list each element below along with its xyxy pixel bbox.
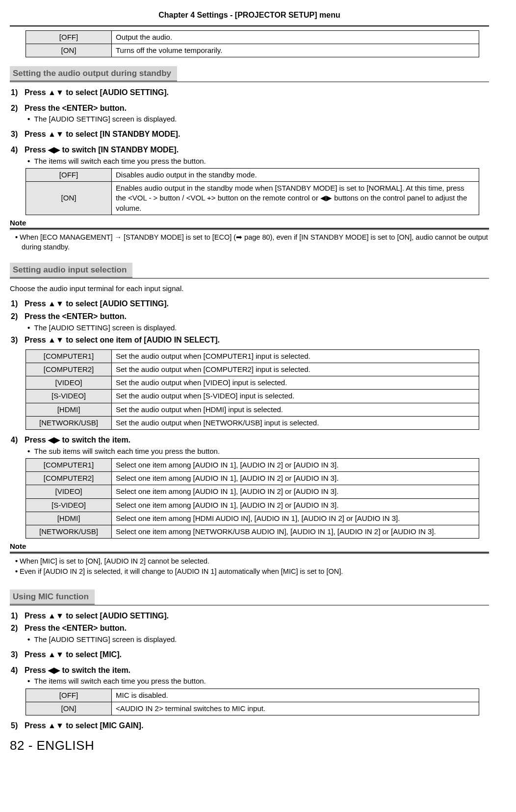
cell-desc: Set the audio output when [HDMI] input i… [112, 403, 479, 416]
note-label: Note [10, 218, 489, 228]
cell-desc: Set the audio output when [VIDEO] input … [112, 376, 479, 390]
step-sub: The [AUDIO SETTING] screen is displayed. [10, 323, 489, 333]
table-mute: [OFF]Output the audio. [ON]Turns off the… [26, 30, 479, 58]
step-text: Press ◀▶ to switch the item. [25, 436, 130, 444]
cell-desc: <AUDIO IN 2> terminal switches to MIC in… [112, 702, 479, 715]
section-heading-standby: Setting the audio output during standby [10, 66, 177, 81]
step-1: 1)Press ▲▼ to select [AUDIO SETTING]. [10, 87, 489, 98]
cell-desc: MIC is disabled. [112, 689, 479, 702]
table-row: [COMPUTER1]Select one item among [AUDIO … [26, 458, 479, 471]
cell-desc: Select one item among [AUDIO IN 1], [AUD… [112, 458, 479, 471]
step-text: Press ▲▼ to select [MIC]. [25, 650, 122, 659]
intro-line: Choose the audio input terminal for each… [10, 284, 489, 294]
cell-desc: Set the audio output when [COMPUTER2] in… [112, 363, 479, 376]
table-row: [NETWORK/USB]Select one item among [NETW… [26, 525, 479, 539]
step-3: 3)Press ▲▼ to select [IN STANDBY MODE]. [10, 129, 489, 140]
note-bullet: Even if [AUDIO IN 2] is selected, it wil… [10, 567, 489, 577]
table-row: [VIDEO]Set the audio output when [VIDEO]… [26, 376, 479, 390]
table-row: [S-VIDEO]Set the audio output when [S-VI… [26, 390, 479, 403]
step-text: Press ◀▶ to switch the item. [25, 666, 130, 674]
cell-desc: Set the audio output when [S-VIDEO] inpu… [112, 390, 479, 403]
table-row: [OFF]Disables audio output in the standb… [26, 168, 479, 181]
step-text: Press ▲▼ to select [AUDIO SETTING]. [25, 612, 169, 620]
cell-label: [NETWORK/USB] [26, 525, 112, 539]
step-text: Press the <ENTER> button. [25, 104, 127, 112]
table-row: [COMPUTER2]Set the audio output when [CO… [26, 363, 479, 376]
step-4: 4)Press ◀▶ to switch the item. [10, 435, 489, 445]
note-separator [10, 228, 489, 230]
cell-desc: Output the audio. [112, 30, 479, 44]
step-text: Press ▲▼ to select [MIC GAIN]. [25, 721, 143, 730]
cell-label: [HDMI] [26, 512, 112, 525]
step-4: 4)Press ◀▶ to switch the item. [10, 665, 489, 676]
cell-label: [S-VIDEO] [26, 390, 112, 403]
table-standby: [OFF]Disables audio output in the standb… [26, 168, 479, 215]
note-bullet: When [ECO MANAGEMENT] → [STANDBY MODE] i… [10, 233, 489, 252]
step-sub: The items will switch each time you pres… [10, 156, 489, 166]
page-footer: 82 - ENGLISH [10, 737, 489, 754]
cell-label: [S-VIDEO] [26, 498, 112, 512]
cell-label: [COMPUTER1] [26, 349, 112, 363]
table-row: [HDMI]Set the audio output when [HDMI] i… [26, 403, 479, 416]
table-row: [VIDEO]Select one item among [AUDIO IN 1… [26, 485, 479, 498]
table-mic: [OFF]MIC is disabled. [ON]<AUDIO IN 2> t… [26, 689, 479, 716]
cell-label: [OFF] [26, 689, 112, 702]
cell-label: [COMPUTER2] [26, 363, 112, 376]
table-row: [ON]Enables audio output in the standby … [26, 182, 479, 215]
step-text: Press the <ENTER> button. [25, 624, 127, 632]
chapter-title: Chapter 4 Settings - [PROJECTOR SETUP] m… [10, 10, 489, 21]
step-2: 2)Press the <ENTER> button. [10, 311, 489, 322]
step-text: Press ◀▶ to switch [IN STANDBY MODE]. [25, 146, 179, 154]
cell-desc: Select one item among [NETWORK/USB AUDIO… [112, 525, 479, 539]
cell-label: [COMPUTER1] [26, 458, 112, 471]
cell-label: [ON] [26, 182, 112, 215]
cell-label: [VIDEO] [26, 485, 112, 498]
cell-desc: Set the audio output when [COMPUTER1] in… [112, 349, 479, 363]
top-rule [10, 25, 489, 26]
cell-label: [HDMI] [26, 403, 112, 416]
cell-desc: Select one item among [AUDIO IN 1], [AUD… [112, 485, 479, 498]
step-text: Press ▲▼ to select one item of [AUDIO IN… [25, 336, 220, 344]
cell-label: [ON] [26, 702, 112, 715]
cell-label: [ON] [26, 44, 112, 57]
table-row: [ON]Turns off the volume temporarily. [26, 44, 479, 57]
step-5: 5)Press ▲▼ to select [MIC GAIN]. [10, 720, 489, 731]
cell-label: [VIDEO] [26, 376, 112, 390]
note-separator [10, 552, 489, 554]
cell-label: [OFF] [26, 168, 112, 181]
note-label: Note [10, 541, 489, 552]
cell-desc: Set the audio output when [NETWORK/USB] … [112, 416, 479, 429]
step-1: 1)Press ▲▼ to select [AUDIO SETTING]. [10, 298, 489, 309]
step-sub: The [AUDIO SETTING] screen is displayed. [10, 114, 489, 124]
step-sub: The items will switch each time you pres… [10, 676, 489, 686]
section-heading-mic: Using MIC function [10, 590, 95, 605]
step-2: 2)Press the <ENTER> button. [10, 103, 489, 114]
table-row: [HDMI]Select one item among [HDMI AUDIO … [26, 512, 479, 525]
table-row: [COMPUTER2]Select one item among [AUDIO … [26, 472, 479, 485]
step-2: 2)Press the <ENTER> button. [10, 623, 489, 634]
note-bullet: When [MIC] is set to [ON], [AUDIO IN 2] … [10, 557, 489, 566]
step-text: Press ▲▼ to select [AUDIO SETTING]. [25, 88, 169, 97]
section-heading-audio-input: Setting audio input selection [10, 263, 132, 278]
cell-desc: Select one item among [HDMI AUDIO IN], [… [112, 512, 479, 525]
step-sub: The sub items will switch each time you … [10, 446, 489, 456]
cell-label: [NETWORK/USB] [26, 416, 112, 429]
table-row: [COMPUTER1]Set the audio output when [CO… [26, 349, 479, 363]
step-text: Press the <ENTER> button. [25, 312, 127, 320]
step-4: 4)Press ◀▶ to switch [IN STANDBY MODE]. [10, 145, 489, 155]
cell-label: [COMPUTER2] [26, 472, 112, 485]
cell-desc: Enables audio output in the standby mode… [112, 182, 479, 215]
table-row: [S-VIDEO]Select one item among [AUDIO IN… [26, 498, 479, 512]
step-1: 1)Press ▲▼ to select [AUDIO SETTING]. [10, 611, 489, 621]
table-audio-in-select: [COMPUTER1]Set the audio output when [CO… [26, 349, 479, 430]
step-text: Press ▲▼ to select [AUDIO SETTING]. [25, 299, 169, 308]
step-3: 3)Press ▲▼ to select [MIC]. [10, 649, 489, 660]
table-row: [ON]<AUDIO IN 2> terminal switches to MI… [26, 702, 479, 715]
cell-desc: Turns off the volume temporarily. [112, 44, 479, 57]
step-text: Press ▲▼ to select [IN STANDBY MODE]. [25, 130, 180, 138]
table-row: [OFF]MIC is disabled. [26, 689, 479, 702]
step-sub: The [AUDIO SETTING] screen is displayed. [10, 635, 489, 644]
cell-desc: Select one item among [AUDIO IN 1], [AUD… [112, 498, 479, 512]
step-3: 3)Press ▲▼ to select one item of [AUDIO … [10, 335, 489, 345]
table-row: [OFF]Output the audio. [26, 30, 479, 44]
